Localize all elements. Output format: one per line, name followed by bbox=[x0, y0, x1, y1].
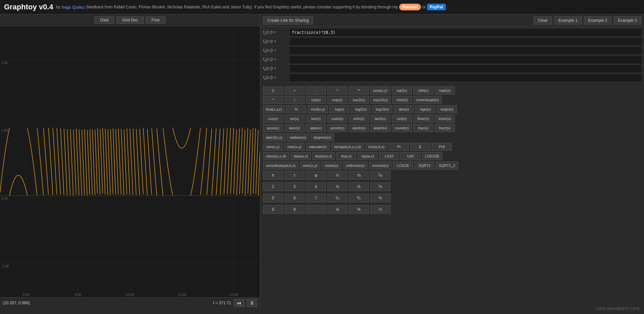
const-btn-7[interactable]: 7 bbox=[306, 194, 326, 202]
calc-btn-max_x_y_[interactable]: max(x,y) bbox=[284, 143, 305, 151]
calc-btn-_[interactable]: - bbox=[306, 86, 326, 95]
rewind-button[interactable]: ⏮ bbox=[234, 299, 245, 307]
calc-btn-mod_x_y_[interactable]: mod(x,y) bbox=[308, 105, 328, 113]
author-link[interactable]: Inigo Quilez bbox=[61, 5, 85, 10]
dark-button[interactable]: Dark bbox=[95, 16, 114, 24]
calc-btn-ceil_x_[interactable]: ceil(x) bbox=[392, 115, 412, 123]
calc-btn-frac_x_[interactable]: frac(x) bbox=[413, 124, 433, 132]
calc-btn-fma_x_y_z_[interactable]: fma(x,y,z) bbox=[263, 105, 285, 113]
calc-btn-sign_x_[interactable]: sign(x) bbox=[415, 105, 435, 113]
calc-btn-pow_x_y_[interactable]: pow(x,y) bbox=[370, 86, 390, 95]
calc-btn-cellnoise_x_[interactable]: cellnoise(x) bbox=[343, 162, 368, 170]
calc-btn-asin_x_[interactable]: asin(x) bbox=[284, 124, 305, 132]
calc-btn-log2_x_[interactable]: log2(x) bbox=[351, 105, 371, 113]
clear-button[interactable]: Clear bbox=[534, 16, 552, 24]
calc-btn-degrees_x_[interactable]: degrees(x) bbox=[311, 133, 334, 141]
func-input-3[interactable] bbox=[290, 47, 641, 54]
calc-btn-clamp_x_c_d_[interactable]: clamp(x,c,d) bbox=[263, 152, 289, 160]
pause-button[interactable]: ⏸ bbox=[247, 299, 257, 307]
calc-btn-log_x_[interactable]: log(x) bbox=[329, 105, 350, 113]
calc-btn-_[interactable]: / bbox=[284, 96, 305, 104]
const-btn-⅖[interactable]: ⅖ bbox=[327, 194, 347, 202]
const-btn-⅘[interactable]: ⅘ bbox=[370, 194, 390, 202]
const-btn-⅝[interactable]: ⅝ bbox=[349, 205, 369, 214]
graph-canvas[interactable] bbox=[0, 26, 260, 297]
calc-btn-E[interactable]: E bbox=[410, 143, 430, 151]
calc-btn-round_x_[interactable]: round(x) bbox=[392, 124, 412, 132]
const-btn-4[interactable]: 4 bbox=[306, 182, 326, 191]
const-btn-⅓[interactable]: ⅓ bbox=[370, 182, 390, 191]
calc-btn-exp2_x_[interactable]: exp2(x) bbox=[349, 96, 369, 104]
calc-btn-min_x_y_[interactable]: min(x,y) bbox=[263, 143, 283, 151]
const-btn-6[interactable]: 6 bbox=[284, 194, 305, 202]
calc-btn-abs_x_[interactable]: abs(x) bbox=[394, 105, 414, 113]
patreon-button[interactable]: Patreon bbox=[399, 4, 421, 10]
calc-btn-__[interactable]: ** bbox=[349, 86, 369, 95]
calc-btn-fract_x_[interactable]: fract(x) bbox=[435, 124, 455, 132]
const-btn-τ[interactable]: τ bbox=[284, 171, 305, 180]
calc-btn-_[interactable]: % bbox=[286, 105, 306, 113]
example1-button[interactable]: Example 1 bbox=[554, 16, 582, 24]
calc-btn-trunc_x_[interactable]: trunc(x) bbox=[435, 115, 455, 123]
const-btn-π[interactable]: π bbox=[263, 171, 283, 180]
calc-btn-step_a_x_[interactable]: step(a,x) bbox=[290, 152, 311, 160]
calc-btn-floor_x_[interactable]: floor(x) bbox=[413, 115, 433, 123]
calc-btn-cos_x_[interactable]: cos(x) bbox=[263, 115, 283, 123]
calc-btn-exp10_x_[interactable]: exp10(x) bbox=[370, 96, 391, 104]
calc-btn-SQRT1_2[interactable]: SQRT1_2 bbox=[436, 162, 458, 170]
free-button[interactable]: Free bbox=[146, 16, 166, 24]
calc-btn-over_x_y_[interactable]: over(x,y) bbox=[300, 162, 320, 170]
paypal-button[interactable]: PayPal bbox=[427, 4, 445, 10]
calc-btn-SQRT2[interactable]: SQRT2 bbox=[414, 162, 434, 170]
const-btn-½[interactable]: ½ bbox=[327, 171, 347, 180]
calc-btn-atan_x_[interactable]: atan(x) bbox=[306, 124, 326, 132]
calc-btn-acosh_x_[interactable]: acosh(x) bbox=[327, 124, 347, 132]
const-btn-8[interactable]: 8 bbox=[263, 205, 283, 214]
calc-btn-acos_x_[interactable]: acos(x) bbox=[263, 124, 283, 132]
const-btn-3[interactable]: 3 bbox=[284, 182, 305, 191]
example3-button[interactable]: Example 3 bbox=[613, 16, 641, 24]
calc-btn-radians_x_[interactable]: radians(x) bbox=[287, 133, 309, 141]
const-btn-2[interactable]: 2 bbox=[263, 182, 283, 191]
calc-btn-asinh_x_[interactable]: asinh(x) bbox=[349, 124, 369, 132]
const-btn-⅛[interactable]: ⅛ bbox=[327, 205, 347, 214]
calc-btn-smoothstep_a_b_x_[interactable]: smoothstep(a,b,x) bbox=[263, 162, 299, 170]
func-input-5[interactable] bbox=[290, 65, 641, 72]
func-input-2[interactable] bbox=[290, 38, 641, 45]
const-btn-φ[interactable]: φ bbox=[306, 171, 326, 180]
calc-btn-sinh_x_[interactable]: sinh(x) bbox=[349, 115, 369, 123]
calc-btn-tanh_x_[interactable]: tanh(x) bbox=[370, 115, 390, 123]
create-link-button[interactable]: Create Link for Sharing bbox=[263, 16, 313, 24]
const-btn-5[interactable]: 5 bbox=[263, 194, 283, 202]
calc-btn-saturate_x_[interactable]: saturate(x) bbox=[306, 143, 330, 151]
calc-btn-log10_x_[interactable]: log10(x) bbox=[372, 105, 392, 113]
calc-btn-LN10[interactable]: LN10 bbox=[379, 152, 399, 160]
calc-btn-atan2_x_y_[interactable]: atan2(x,y) bbox=[263, 133, 285, 141]
calc-btn-rcp_x_[interactable]: rcp(x) bbox=[306, 96, 326, 104]
calc-btn-cbrt_x_[interactable]: cbrt(x) bbox=[413, 86, 433, 95]
calc-btn-_[interactable]: * bbox=[263, 96, 283, 104]
const-btn-9[interactable]: 9 bbox=[284, 205, 305, 214]
const-btn-¼[interactable]: ¼ bbox=[327, 182, 347, 191]
calc-btn-ssign_x_[interactable]: ssign(x) bbox=[437, 105, 457, 113]
calc-btn-cosh_x_[interactable]: cosh(x) bbox=[327, 115, 347, 123]
calc-btn-rcbrt_x_[interactable]: rcbrt(x) bbox=[392, 96, 412, 104]
calc-btn-sqr_a_x_[interactable]: sqr(a,x) bbox=[358, 152, 378, 160]
calc-btn-sin_x_[interactable]: sin(x) bbox=[284, 115, 305, 123]
const-btn-¾[interactable]: ¾ bbox=[349, 182, 369, 191]
calc-btn-PI[interactable]: PI bbox=[389, 143, 409, 151]
calc-btn-atanh_x_[interactable]: atanh(x) bbox=[370, 124, 390, 132]
calc-btn-PHI[interactable]: PHI bbox=[432, 143, 452, 151]
calc-btn-mix_a_b_x_[interactable]: mix(a,b,x) bbox=[365, 143, 387, 151]
calc-btn-_[interactable]: ^ bbox=[327, 86, 347, 95]
canvas-area[interactable] bbox=[0, 26, 260, 297]
const-btn-⅗[interactable]: ⅗ bbox=[349, 194, 369, 202]
func-input-4[interactable] bbox=[290, 56, 641, 63]
func-input-6[interactable] bbox=[290, 74, 641, 81]
calc-btn-rsqrt_x_[interactable]: rsqrt(x) bbox=[435, 86, 455, 95]
calc-btn-tan_x_[interactable]: tan(x) bbox=[306, 115, 326, 123]
calc-btn-voronoi_x_[interactable]: voronoi(x) bbox=[369, 162, 391, 170]
calc-btn-inversesqrt_x_[interactable]: inversesqrt(x) bbox=[414, 96, 442, 104]
calc-btn-LOG10E[interactable]: LOG10E bbox=[422, 152, 442, 160]
calc-btn-LN2[interactable]: LN2 bbox=[400, 152, 421, 160]
